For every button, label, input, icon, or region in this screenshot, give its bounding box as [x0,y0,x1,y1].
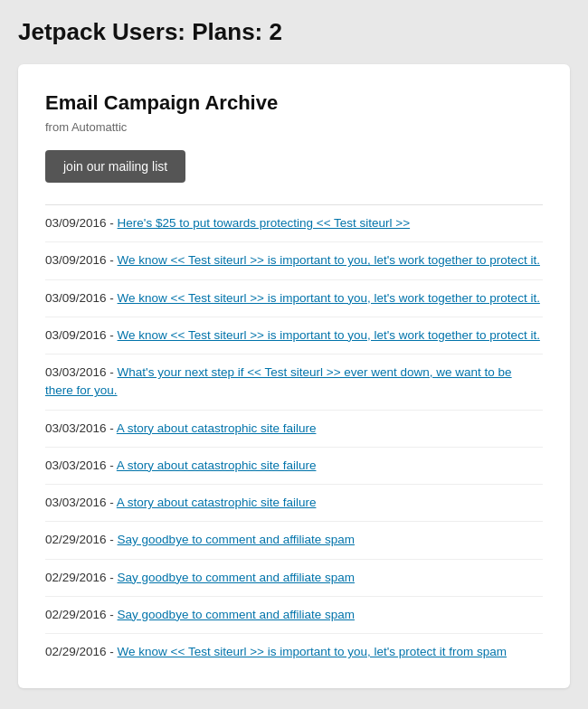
email-campaign-card: Email Campaign Archive from Automattic j… [18,64,570,688]
campaign-date: 03/09/2016 - [45,253,118,267]
campaign-date: 03/09/2016 - [45,216,118,230]
join-mailing-list-button[interactable]: join our mailing list [45,150,185,183]
campaign-item: 03/09/2016 - We know << Test siteurl >> … [45,280,543,317]
campaign-item: 03/09/2016 - Here's $25 to put towards p… [45,205,543,242]
campaign-date: 03/03/2016 - [45,496,117,509]
campaign-item: 03/03/2016 - A story about catastrophic … [45,448,543,485]
campaign-date: 02/29/2016 - [45,645,118,658]
campaign-link[interactable]: A story about catastrophic site failure [117,421,317,435]
campaign-item: 03/03/2016 - A story about catastrophic … [45,485,543,522]
campaign-link[interactable]: A story about catastrophic site failure [117,496,317,509]
campaign-link[interactable]: We know << Test siteurl >> is important … [118,645,507,658]
campaign-link[interactable]: Say goodbye to comment and affiliate spa… [118,608,355,621]
card-subtitle: from Automattic [45,120,543,134]
campaign-link[interactable]: We know << Test siteurl >> is important … [118,253,540,267]
campaign-item: 02/29/2016 - Say goodbye to comment and … [45,597,543,634]
campaign-date: 03/03/2016 - [45,421,117,435]
campaign-item: 03/09/2016 - We know << Test siteurl >> … [45,317,543,354]
campaign-link[interactable]: A story about catastrophic site failure [117,458,317,472]
campaign-date: 02/29/2016 - [45,608,118,621]
card-title: Email Campaign Archive [45,91,543,115]
campaign-date: 03/03/2016 - [45,365,118,379]
campaign-item: 02/29/2016 - We know << Test siteurl >> … [45,634,543,670]
campaign-date: 03/09/2016 - [45,291,118,305]
campaign-item: 02/29/2016 - Say goodbye to comment and … [45,522,543,559]
campaign-link[interactable]: Here's $25 to put towards protecting << … [118,216,411,230]
campaign-item: 02/29/2016 - Say goodbye to comment and … [45,560,543,597]
campaign-item: 03/09/2016 - We know << Test siteurl >> … [45,242,543,279]
campaign-date: 03/03/2016 - [45,458,117,472]
campaign-link[interactable]: Say goodbye to comment and affiliate spa… [118,571,355,584]
campaign-link[interactable]: We know << Test siteurl >> is important … [118,328,540,342]
campaign-date: 02/29/2016 - [45,571,118,584]
page-title: Jetpack Users: Plans: 2 [18,18,570,46]
campaign-date: 03/09/2016 - [45,328,118,342]
campaign-link[interactable]: We know << Test siteurl >> is important … [118,291,540,305]
campaign-date: 02/29/2016 - [45,533,118,546]
campaign-link[interactable]: Say goodbye to comment and affiliate spa… [118,533,355,546]
campaign-item: 03/03/2016 - What's your next step if <<… [45,354,543,411]
campaign-item: 03/03/2016 - A story about catastrophic … [45,411,543,448]
campaign-list: 03/09/2016 - Here's $25 to put towards p… [45,205,543,670]
